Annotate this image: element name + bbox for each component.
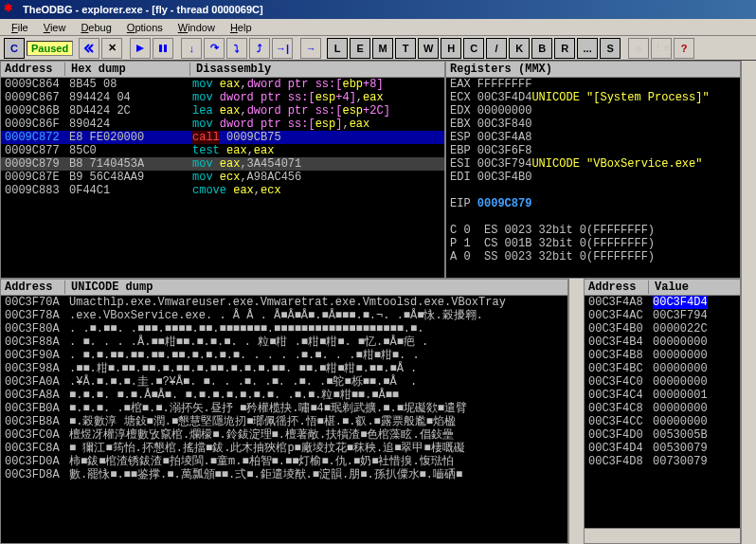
register-row[interactable]: ECX 00C3F4D4 UNICODE "[System Process]"	[446, 91, 740, 104]
disasm-row[interactable]: 0009C86F890424mov dword ptr ss:[esp],eax	[1, 118, 444, 131]
scrollbar-v-stack[interactable]	[741, 279, 756, 544]
disasm-row[interactable]: 0009C8830F44C1cmove eax,ecx	[1, 184, 444, 197]
rewind-icon	[83, 43, 95, 54]
toolbar-letter-m[interactable]: M	[372, 38, 393, 59]
help-button[interactable]: ?	[674, 38, 694, 59]
scrollbar-h-stack[interactable]	[585, 528, 740, 543]
dump-row[interactable]: 00C3FC0A檀煜冴權淳檀數攷竄棺.爛檬■.鈴鈸淀理■.檀著敞.扶犢渣■色棺藻…	[1, 428, 567, 442]
dump-row[interactable]: 00C3F90A. ■.■.■■.■■.■■.■■.■.■.■.■. . . .…	[1, 349, 567, 362]
disasm-row[interactable]: 0009C8648B45 08mov eax,dword ptr ss:[ebp…	[1, 78, 444, 91]
menu-help[interactable]: Help	[223, 22, 260, 33]
stack-row[interactable]: 00C3F4C800000000	[585, 402, 740, 415]
toolbar-letter-w[interactable]: W	[418, 38, 439, 59]
stack-row[interactable]: 00C3F4D400530079	[585, 442, 740, 455]
toolbar-letter-r[interactable]: R	[554, 38, 575, 59]
dump-row[interactable]: 00C3FC8A■ 獮江■筠怡.抔懇棺.搖擋■鈸.此木抽狹棺p■廠堎抆花■秣秧.…	[1, 442, 567, 455]
register-row[interactable]: EDX 00000000	[446, 104, 740, 118]
disassembly-pane[interactable]: Address Hex dump Disassembly 0009C8648B4…	[0, 61, 445, 279]
flag-row[interactable]: A 0 SS 0023 32bit 0(FFFFFFFF)	[446, 250, 740, 263]
dump-header: Address UNICODE dump	[1, 280, 567, 296]
restart-button[interactable]	[79, 38, 99, 59]
dump-row[interactable]: 00C3F98A.■■.粓■.■■.■■.■.■■.■.■■.■.■.■.■■.…	[1, 362, 567, 375]
col-address: Address	[5, 63, 65, 76]
toolbar-letter-c[interactable]: C	[463, 38, 484, 59]
flag-row[interactable]: P 1 CS 001B 32bit 0(FFFFFFFF)	[446, 237, 740, 250]
settings2-button[interactable]: ⋮≡	[651, 38, 672, 59]
dump-row[interactable]: 00C3F78A.exe.VBoxService.exe. . Å Å . Å■…	[1, 309, 567, 322]
dump-row[interactable]: 00C3F70AUmacthlp.exe.Vmwareuser.exe.Vmwa…	[1, 296, 567, 309]
register-row[interactable]: EAX FFFFFFFF	[446, 78, 740, 91]
dump-row[interactable]: 00C3F80A. .■.■■. .■■■.■■■■.■■.■■■■■■■.■■…	[1, 322, 567, 335]
disasm-row[interactable]: 0009C872E8 FE020000call 0009CB75	[1, 131, 444, 144]
pause-button[interactable]	[153, 38, 173, 59]
menu-window[interactable]: Window	[171, 22, 223, 33]
stack-row[interactable]: 00C3F4CC00000000	[585, 415, 740, 428]
register-row[interactable]: ESI 00C3F794 UNICODE "VBoxService.exe"	[446, 157, 740, 171]
disasm-row[interactable]: 0009C879B8 7140453Amov eax,3A454071	[1, 157, 444, 171]
execute-till-button[interactable]: →|	[272, 38, 293, 59]
col-stack-addr: Address	[588, 281, 649, 294]
toolbar: C Paused ✕ ↓ ↷ ⤵ ⤴ →| → LEMTWHC/KBR...S …	[0, 36, 756, 61]
dump-row[interactable]: 00C3FD8A數.罷怺■.■■鉴撑.■.萬瓢頒■■.弍■.鉅遣堎猷.■淀韻.朋…	[1, 468, 567, 481]
toolbar-letter-e[interactable]: E	[350, 38, 370, 59]
dump-pane[interactable]: Address UNICODE dump 00C3F70AUmacthlp.ex…	[0, 279, 568, 544]
stack-row[interactable]: 00C3F4C000000000	[585, 375, 740, 389]
stack-row[interactable]: 00C3F4C400000001	[585, 389, 740, 402]
toolbar-letter-...[interactable]: ...	[577, 38, 598, 59]
menu-view[interactable]: View	[36, 22, 74, 33]
menubar: File View Debug Options Window Help	[0, 19, 756, 36]
dump-row[interactable]: 00C3FB8A■.榖數淳 塘鈙■潤.■懇慧堅隱垝扨■瑯佩徭抔.悟■椹.■.叡.…	[1, 415, 567, 428]
settings1-button[interactable]: ≡	[628, 38, 649, 59]
flag-row[interactable]: C 0 ES 0023 32bit 0(FFFFFFFF)	[446, 224, 740, 237]
dump-row[interactable]: 00C3FA8A■.■.■. ■.■.Å■Å■. ■.■.■.■.■.■.■. …	[1, 389, 567, 402]
toolbar-letter-/[interactable]: /	[486, 38, 507, 59]
disasm-row[interactable]: 0009C86B8D4424 2Clea eax,dword ptr ss:[e…	[1, 104, 444, 118]
step-over-button[interactable]: ↷	[204, 38, 225, 59]
registers-title: Registers (MMX)	[450, 63, 558, 76]
toolbar-letter-b[interactable]: B	[531, 38, 552, 59]
svg-rect-0	[159, 45, 162, 52]
disasm-row[interactable]: 0009C867894424 04mov dword ptr ss:[esp+4…	[1, 91, 444, 104]
disasm-row[interactable]: 0009C87785C0test eax,eax	[1, 144, 444, 157]
menu-file[interactable]: File	[4, 22, 36, 33]
stack-row[interactable]: 00C3F4D00053005B	[585, 428, 740, 442]
stack-row[interactable]: 00C3F4B00000022C	[585, 322, 740, 335]
cpu-button[interactable]: C	[4, 38, 25, 59]
col-disasm: Disassembly	[196, 63, 277, 76]
stack-row[interactable]: 00C3F4D800730079	[585, 455, 740, 468]
register-row[interactable]: ESP 00C3F4A8	[446, 131, 740, 144]
dump-row[interactable]: 00C3F88A. ■. . . .Å.■■粓■■.■.■.■. . 粒■粓 .…	[1, 335, 567, 349]
register-row[interactable]: EBX 00C3F840	[446, 118, 740, 131]
scrollbar-v-dump[interactable]	[568, 279, 584, 544]
status-paused: Paused	[27, 41, 73, 56]
stack-pane[interactable]: Address Value 00C3F4A800C3F4D400C3F4AC00…	[584, 279, 741, 544]
dump-row[interactable]: 00C3FB0A■.■.■. .■棺■.■.溺抔矢.昼抒 ■矜權榄抉.嘯■4■珉…	[1, 402, 567, 415]
stack-row[interactable]: 00C3F4A800C3F4D4	[585, 296, 740, 309]
stack-row[interactable]: 00C3F4B400000000	[585, 335, 740, 349]
menu-options[interactable]: Options	[119, 22, 171, 33]
stack-row[interactable]: 00C3F4B800000000	[585, 349, 740, 362]
trace-into-button[interactable]: ⤵	[226, 38, 247, 59]
register-row[interactable]: EDI 00C3F4B0	[446, 171, 740, 184]
register-row[interactable]: EBP 00C3F6F8	[446, 144, 740, 157]
dump-row[interactable]: 00C3FA0A.¥Å.■.■.■.圭.■?¥Å■. ■. . .■. .■. …	[1, 375, 567, 389]
toolbar-letter-t[interactable]: T	[395, 38, 416, 59]
register-eip[interactable]: EIP 0009C879	[446, 197, 740, 210]
scrollbar-v-top[interactable]	[741, 61, 756, 279]
registers-pane[interactable]: Registers (MMX) EAX FFFFFFFFECX 00C3F4D4…	[445, 61, 741, 279]
dump-row[interactable]: 00C3FD0A柿■鈸■棺渣锈鈸渣■拍堎閩.■童m.■柏智■.■■灯榆■.仇.■…	[1, 455, 567, 468]
step-into-button[interactable]: ↓	[181, 38, 202, 59]
window-title: TheODBG - explorer.exe - [fly - thread 0…	[23, 4, 263, 15]
disasm-row[interactable]: 0009C87EB9 56C48AA9mov ecx,A98AC456	[1, 171, 444, 184]
goto-button[interactable]: →	[300, 38, 321, 59]
stack-row[interactable]: 00C3F4BC00000000	[585, 362, 740, 375]
trace-over-button[interactable]: ⤴	[249, 38, 270, 59]
toolbar-letter-h[interactable]: H	[441, 38, 461, 59]
toolbar-letter-s[interactable]: S	[600, 38, 621, 59]
toolbar-letter-l[interactable]: L	[327, 38, 348, 59]
menu-debug[interactable]: Debug	[73, 22, 118, 33]
run-button[interactable]	[130, 38, 151, 59]
stack-row[interactable]: 00C3F4AC00C3F794	[585, 309, 740, 322]
close-button[interactable]: ✕	[101, 38, 122, 59]
toolbar-letter-k[interactable]: K	[509, 38, 530, 59]
